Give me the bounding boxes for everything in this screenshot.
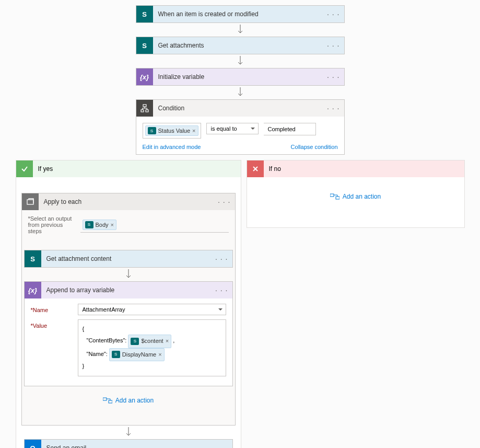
token-status-value[interactable]: SStatus Value× (145, 125, 198, 136)
condition-right[interactable]: Completed (264, 123, 316, 135)
sharepoint-icon: S (25, 250, 41, 267)
step-condition[interactable]: Condition · · · SStatus Value× is equal … (136, 99, 345, 155)
condition-left[interactable]: SStatus Value× (143, 123, 201, 139)
step-get-attachment-content[interactable]: S Get attachment content · · · (24, 250, 233, 268)
sharepoint-icon: S (136, 37, 153, 54)
arrow-icon (237, 23, 243, 37)
value-label: *Value (31, 319, 78, 329)
step-title: Apply to each (39, 198, 218, 205)
condition-operator-dropdown[interactable]: is equal to (206, 123, 259, 134)
more-icon[interactable]: · · · (215, 255, 228, 263)
condition-icon (136, 100, 153, 117)
sharepoint-icon: S (148, 127, 156, 134)
variable-icon: {x} (25, 282, 41, 298)
branch-no: If no Add an action (247, 160, 465, 228)
step-trigger[interactable]: S When an item is created or modified · … (136, 5, 345, 23)
outlook-icon: O (25, 440, 41, 448)
step-append-variable[interactable]: {x} Append to array variable · · · *Name… (24, 281, 233, 386)
arrow-icon (125, 268, 132, 281)
token-body[interactable]: SBody× (83, 220, 117, 230)
step-apply-to-each[interactable]: Apply to each · · · *Select an output fr… (21, 193, 236, 426)
collapse-condition-link[interactable]: Collapse condition (291, 144, 338, 150)
more-icon[interactable]: · · · (327, 73, 339, 81)
svg-rect-3 (143, 105, 146, 107)
more-icon[interactable]: · · · (215, 286, 228, 294)
step-send-email[interactable]: O Send an email · · · (24, 439, 233, 448)
token-content[interactable]: S$content× (128, 335, 171, 348)
x-icon (247, 160, 264, 177)
svg-rect-5 (146, 110, 148, 112)
arrow-icon (237, 54, 243, 68)
token-displayname[interactable]: SDisplayName× (109, 348, 165, 362)
more-icon[interactable]: · · · (218, 198, 230, 206)
variable-icon: {x} (136, 68, 153, 85)
more-icon[interactable]: · · · (327, 41, 339, 50)
more-icon[interactable]: · · · (327, 104, 339, 112)
step-title: Send an email (41, 444, 216, 448)
branch-yes: If yes Apply to each · · · *Select an ou… (16, 160, 241, 448)
svg-rect-24 (336, 197, 339, 199)
arrow-icon (237, 86, 243, 99)
step-title: Get attachment content (41, 255, 216, 262)
sharepoint-icon: S (85, 221, 93, 228)
sharepoint-icon: S (131, 338, 139, 345)
check-icon (16, 160, 33, 177)
branch-title: If no (264, 165, 281, 173)
each-label: *Select an output from previous steps (28, 215, 75, 234)
arrow-icon (125, 426, 132, 439)
loop-icon (22, 193, 39, 210)
sharepoint-icon: S (136, 6, 153, 22)
step-title: Condition (153, 105, 327, 112)
edit-advanced-link[interactable]: Edit in advanced mode (143, 144, 201, 150)
step-title: Append to array variable (41, 286, 216, 294)
svg-rect-23 (330, 194, 334, 197)
svg-rect-13 (109, 400, 112, 403)
remove-token-icon[interactable]: × (111, 222, 114, 228)
value-textbox[interactable]: { "ContentBytes": S$content× , "Name": S… (78, 319, 226, 376)
remove-token-icon[interactable]: × (158, 350, 161, 360)
step-title: When an item is created or modified (153, 10, 327, 18)
name-dropdown[interactable]: AttachmentArray (78, 304, 226, 315)
sharepoint-icon: S (112, 351, 120, 358)
add-action-button[interactable]: Add an action (330, 188, 381, 205)
svg-rect-4 (141, 110, 144, 112)
branch-title: If yes (33, 165, 53, 173)
each-input[interactable]: SBody× (80, 217, 229, 233)
step-init-variable[interactable]: {x} Initialize variable · · · (136, 68, 345, 86)
more-icon[interactable]: · · · (215, 444, 228, 448)
remove-token-icon[interactable]: × (166, 336, 169, 347)
step-get-attachments[interactable]: S Get attachments · · · (136, 37, 345, 54)
remove-token-icon[interactable]: × (192, 128, 195, 134)
name-label: *Name (31, 304, 78, 313)
svg-rect-12 (103, 398, 107, 400)
svg-rect-10 (27, 200, 33, 204)
step-title: Get attachments (153, 42, 327, 49)
step-title: Initialize variable (153, 73, 327, 81)
more-icon[interactable]: · · · (327, 10, 339, 18)
add-action-button[interactable]: Add an action (103, 386, 154, 415)
